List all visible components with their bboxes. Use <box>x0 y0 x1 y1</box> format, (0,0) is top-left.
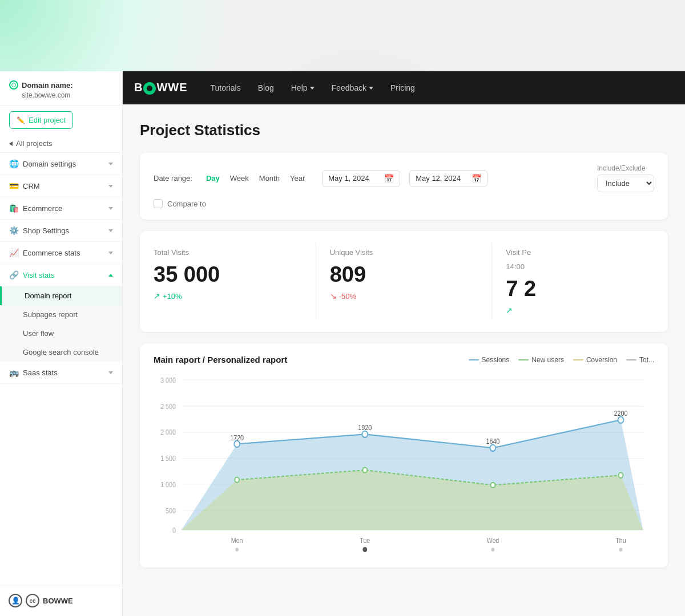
nav-help[interactable]: Help <box>291 83 315 92</box>
end-date-input[interactable] <box>416 174 467 183</box>
visit-pe-value: 7 2 <box>506 277 654 301</box>
domain-settings-icon: 🌐 <box>9 159 18 168</box>
logo[interactable]: BWWE <box>134 81 188 95</box>
filter-row: Date range: Day Week Month Year 📅 📅 Incl… <box>154 164 654 192</box>
submenu-item-google-search-console[interactable]: Google search console <box>0 343 122 362</box>
submenu-item-domain-report[interactable]: Domain report <box>0 286 122 305</box>
feedback-chevron-icon <box>369 87 373 90</box>
filter-card: Date range: Day Week Month Year 📅 📅 Incl… <box>140 153 668 220</box>
svg-text:0: 0 <box>172 526 176 534</box>
svg-text:1920: 1920 <box>358 424 372 432</box>
sidebar-item-saas-stats[interactable]: 🚌 Saas stats <box>0 362 122 384</box>
range-year[interactable]: Year <box>288 173 307 184</box>
x-indicator-wed <box>491 548 494 552</box>
chart-legend: Sessions New users Coversion Tot... <box>469 356 654 364</box>
content-inner: Project Statistics Date range: Day Week … <box>123 104 685 568</box>
svg-text:Mon: Mon <box>231 536 243 544</box>
legend-conversion: Coversion <box>573 356 617 364</box>
unique-visits-change: ↘ -50% <box>330 291 478 301</box>
unique-visits-label: Unique Visits <box>330 248 478 257</box>
sidebar-item-ecommerce[interactable]: 🛍️ Ecommerce <box>0 197 122 220</box>
x-indicator-tue <box>362 547 367 552</box>
saas-stats-icon: 🚌 <box>9 368 18 377</box>
new-users-legend-icon <box>518 359 529 360</box>
svg-text:Thu: Thu <box>615 536 626 544</box>
calendar-start-icon[interactable]: 📅 <box>384 174 394 183</box>
new-users-dot-thu <box>619 473 623 478</box>
svg-text:1 500: 1 500 <box>160 454 176 462</box>
domain-url: site.bowwe.com <box>9 91 113 99</box>
sidebar-domain-section: Domain name: site.bowwe.com <box>0 71 122 106</box>
total-visits-arrow-icon: ↗ <box>154 291 160 301</box>
help-chevron-icon <box>310 87 315 90</box>
submenu-item-user-flow[interactable]: User flow <box>0 324 122 343</box>
metric-unique-visits: Unique Visits 809 ↘ -50% <box>316 242 493 321</box>
edit-project-button[interactable]: ✏️ Edit project <box>9 111 73 129</box>
range-month[interactable]: Month <box>257 173 282 184</box>
legend-total: Tot... <box>626 356 654 364</box>
nav-blog[interactable]: Blog <box>258 83 274 92</box>
nav-feedback[interactable]: Feedback <box>332 83 373 92</box>
sessions-dot-thu <box>618 416 624 423</box>
unique-visits-value: 809 <box>330 262 478 287</box>
sidebar: Domain name: site.bowwe.com ✏️ Edit proj… <box>0 71 123 616</box>
top-navigation: BWWE Tutorials Blog Help Feedback Pricin… <box>123 71 685 104</box>
x-indicator-thu <box>619 548 623 552</box>
chart-svg: 3 000 2 500 2 000 1 500 1 000 500 0 <box>154 374 654 556</box>
range-day[interactable]: Day <box>204 173 222 184</box>
nav-pricing[interactable]: Pricing <box>390 83 415 92</box>
unique-visits-arrow-icon: ↘ <box>330 291 337 301</box>
chart-area: 3 000 2 500 2 000 1 500 1 000 500 0 <box>154 374 654 556</box>
svg-text:2 000: 2 000 <box>160 428 176 436</box>
legend-sessions: Sessions <box>469 356 510 364</box>
footer-logo-text: BOWWE <box>43 597 73 605</box>
chart-title: Main raport / Personalized raport <box>154 355 287 364</box>
x-indicator-mon <box>235 548 239 552</box>
sidebar-item-domain-settings[interactable]: 🌐 Domain settings <box>0 153 122 175</box>
visit-pe-time: 14:00 <box>506 262 654 271</box>
sidebar-item-shop-settings[interactable]: ⚙️ Shop Settings <box>0 220 122 242</box>
visit-stats-chevron-icon <box>108 274 113 277</box>
nav-links: Tutorials Blog Help Feedback Pricing <box>211 83 415 92</box>
calendar-end-icon[interactable]: 📅 <box>472 174 481 183</box>
total-legend-icon <box>626 359 636 360</box>
shop-settings-icon: ⚙️ <box>9 226 18 235</box>
sidebar-item-crm[interactable]: 💳 CRM <box>0 175 122 197</box>
svg-text:2 500: 2 500 <box>160 402 176 410</box>
visit-pe-label: Visit Pe <box>506 248 654 257</box>
legend-new-users: New users <box>518 356 564 364</box>
end-date-input-wrap: 📅 <box>409 170 487 187</box>
start-date-input[interactable] <box>328 174 380 183</box>
range-week[interactable]: Week <box>228 173 251 184</box>
saas-stats-chevron-icon <box>108 371 113 374</box>
svg-text:Tue: Tue <box>360 536 370 544</box>
total-visits-label: Total Visits <box>154 248 302 257</box>
total-visits-value: 35 000 <box>154 262 302 287</box>
sessions-legend-icon <box>469 359 479 360</box>
submenu-item-subpages-report[interactable]: Subpages report <box>0 305 122 324</box>
include-exclude-select[interactable]: Include <box>597 175 654 192</box>
svg-text:3 000: 3 000 <box>160 376 176 384</box>
svg-text:Wed: Wed <box>486 536 499 544</box>
compare-label: Compare to <box>167 200 206 208</box>
logo-text: BWWE <box>134 81 188 95</box>
visit-pe-change: ↗ <box>506 306 654 315</box>
sidebar-item-ecommerce-stats[interactable]: 📈 Ecommerce stats <box>0 242 122 264</box>
visit-stats-submenu: Domain report Subpages report User flow … <box>0 286 122 362</box>
sessions-dot-mon <box>234 441 240 447</box>
compare-checkbox[interactable] <box>154 199 163 208</box>
crm-icon: 💳 <box>9 181 18 191</box>
svg-text:1640: 1640 <box>486 437 499 445</box>
include-exclude-label: Include/Exclude <box>597 164 654 172</box>
ecommerce-chevron-icon <box>108 207 113 210</box>
domain-settings-chevron-icon <box>108 163 113 165</box>
start-date-input-wrap: 📅 <box>322 170 400 187</box>
nav-tutorials[interactable]: Tutorials <box>211 83 241 92</box>
main-content: Project Statistics Date range: Day Week … <box>123 104 685 616</box>
all-projects-link[interactable]: All projects <box>0 135 122 153</box>
total-visits-change: ↗ +10% <box>154 291 302 301</box>
compare-row: Compare to <box>154 199 654 208</box>
svg-text:1 000: 1 000 <box>160 480 176 488</box>
sidebar-footer: 👤 cc BOWWE <box>0 585 123 616</box>
sidebar-item-visit-stats[interactable]: 🔗 Visit stats <box>0 264 122 286</box>
